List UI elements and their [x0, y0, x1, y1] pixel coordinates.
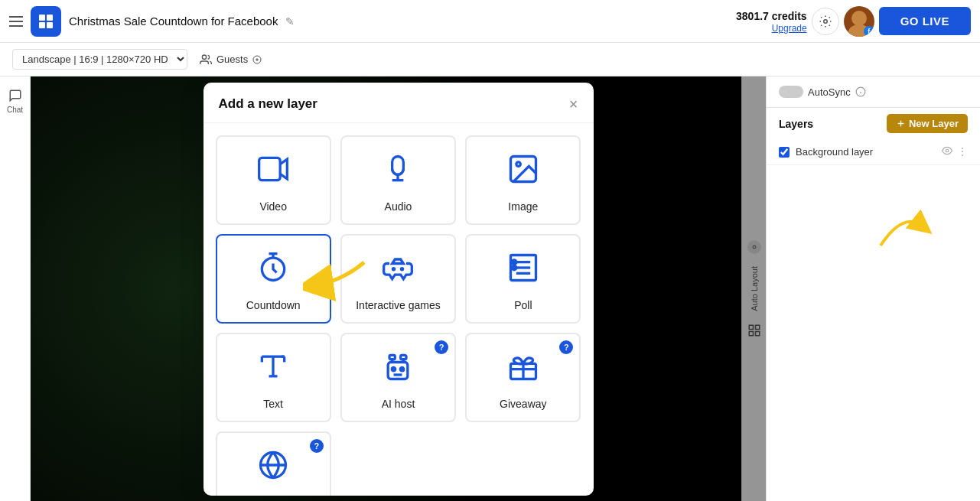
sidebar-item-chat[interactable]: Chat — [7, 89, 23, 114]
svg-rect-36 — [389, 355, 395, 359]
guests-button[interactable]: Guests — [200, 54, 262, 66]
badge-question: ? — [435, 340, 448, 354]
layer-card-poll[interactable]: Poll — [465, 234, 581, 324]
main-area: Chat Add a new layer × Video Audio Image — [0, 76, 980, 501]
subheader: Landscape | 16:9 | 1280×720 HD Guests — [0, 43, 980, 76]
layer-card-countdown[interactable]: Countdown — [216, 234, 331, 324]
left-sidebar: Chat — [0, 76, 31, 501]
canvas-area: Add a new layer × Video Audio Image Coun… — [31, 76, 766, 501]
go-live-button[interactable]: GO LIVE — [879, 7, 971, 35]
layer-item-background: Background layer ⋮ — [767, 139, 980, 165]
upgrade-link[interactable]: Upgrade — [736, 23, 807, 34]
svg-rect-31 — [389, 362, 409, 379]
new-layer-label: New Layer — [909, 118, 959, 129]
layer-card-website[interactable]: ? Website — [216, 431, 331, 496]
guests-label: Guests — [217, 54, 248, 65]
hamburger-icon[interactable] — [9, 16, 23, 27]
svg-point-25 — [512, 259, 516, 264]
modal-header: Add a new layer × — [203, 83, 594, 123]
svg-point-15 — [516, 161, 521, 166]
card-icon-giveaway — [506, 350, 540, 390]
modal-close-button[interactable]: × — [569, 96, 578, 112]
layer-checkbox[interactable] — [779, 147, 790, 158]
svg-point-4 — [823, 19, 827, 23]
svg-rect-0 — [39, 15, 45, 21]
modal-title: Add a new layer — [219, 96, 317, 112]
card-icon-video — [256, 152, 290, 193]
more-icon[interactable]: ⋮ — [957, 145, 968, 158]
settings-button[interactable] — [812, 8, 839, 35]
card-label-interactive-games: Interactive games — [356, 299, 441, 311]
layers-label: Layers — [779, 118, 813, 130]
header-left: Christmas Sale Countdown for Facebook ✎ — [9, 6, 727, 37]
header: Christmas Sale Countdown for Facebook ✎ … — [0, 0, 980, 43]
edit-icon[interactable]: ✎ — [285, 15, 295, 28]
layer-cards-grid: Video Audio Image Countdown Interactive … — [203, 123, 594, 496]
autosync-toggle[interactable] — [779, 86, 803, 98]
svg-rect-2 — [39, 22, 45, 28]
badge-question: ? — [310, 439, 324, 453]
card-icon-image — [506, 152, 540, 193]
card-icon-interactive-games — [381, 251, 415, 291]
layers-row: Layers New Layer — [767, 108, 980, 139]
chat-label: Chat — [7, 106, 23, 114]
new-layer-arrow — [873, 203, 934, 249]
card-label-countdown: Countdown — [246, 299, 301, 311]
project-title: Christmas Sale Countdown for Facebook — [69, 15, 278, 28]
resolution-select[interactable]: Landscape | 16:9 | 1280×720 HD — [12, 49, 187, 70]
credits-info: 3801.7 credits Upgrade — [736, 9, 807, 34]
svg-point-7 — [202, 55, 206, 59]
card-label-giveaway: Giveaway — [500, 398, 546, 410]
app-logo — [31, 6, 61, 37]
facebook-badge: f — [864, 26, 874, 37]
card-label-text: Text — [263, 398, 283, 410]
layer-card-giveaway[interactable]: ? Giveaway — [465, 333, 581, 422]
layer-actions: ⋮ — [942, 145, 968, 158]
svg-point-32 — [392, 367, 396, 370]
svg-point-52 — [946, 149, 949, 152]
right-sidebar: AutoSync Layers New Layer Backg — [766, 76, 980, 501]
layer-card-image[interactable]: Image — [465, 135, 581, 225]
modal-overlay: Add a new layer × Video Audio Image Coun… — [31, 76, 766, 501]
svg-rect-37 — [401, 355, 406, 359]
new-layer-button[interactable]: New Layer — [887, 114, 968, 133]
header-center: 3801.7 credits Upgrade f GO LIVE — [736, 6, 971, 37]
right-sidebar-header: AutoSync — [767, 76, 980, 108]
card-icon-poll — [506, 251, 540, 291]
card-label-poll: Poll — [514, 299, 532, 311]
autosync-label: AutoSync — [808, 86, 851, 98]
badge-question: ? — [559, 340, 573, 354]
eye-icon[interactable] — [942, 145, 952, 158]
layer-card-interactive-games[interactable]: Interactive games — [340, 234, 456, 324]
credits-amount: 3801.7 credits — [736, 10, 807, 22]
svg-point-26 — [512, 265, 516, 270]
card-label-audio: Audio — [385, 200, 412, 213]
avatar[interactable]: f — [844, 6, 874, 37]
layer-card-ai-host[interactable]: ? AI host — [340, 333, 456, 422]
svg-rect-1 — [47, 15, 53, 21]
card-label-ai-host: AI host — [382, 398, 415, 410]
card-icon-text — [256, 350, 290, 390]
card-label-video: Video — [259, 200, 287, 213]
layer-card-audio[interactable]: Audio — [340, 135, 456, 225]
layer-card-video[interactable]: Video — [216, 135, 331, 225]
autosync-row: AutoSync — [779, 86, 866, 98]
svg-point-5 — [851, 11, 867, 26]
card-label-image: Image — [508, 200, 538, 213]
svg-point-33 — [401, 367, 404, 370]
svg-rect-3 — [47, 22, 53, 28]
card-icon-audio — [381, 152, 415, 193]
card-icon-ai-host — [381, 350, 415, 390]
card-icon-website — [256, 448, 290, 489]
svg-rect-11 — [259, 158, 281, 180]
layer-card-text[interactable]: Text — [216, 333, 331, 422]
layer-name: Background layer — [796, 146, 936, 158]
card-icon-countdown — [256, 251, 290, 291]
add-layer-modal: Add a new layer × Video Audio Image Coun… — [203, 83, 594, 496]
